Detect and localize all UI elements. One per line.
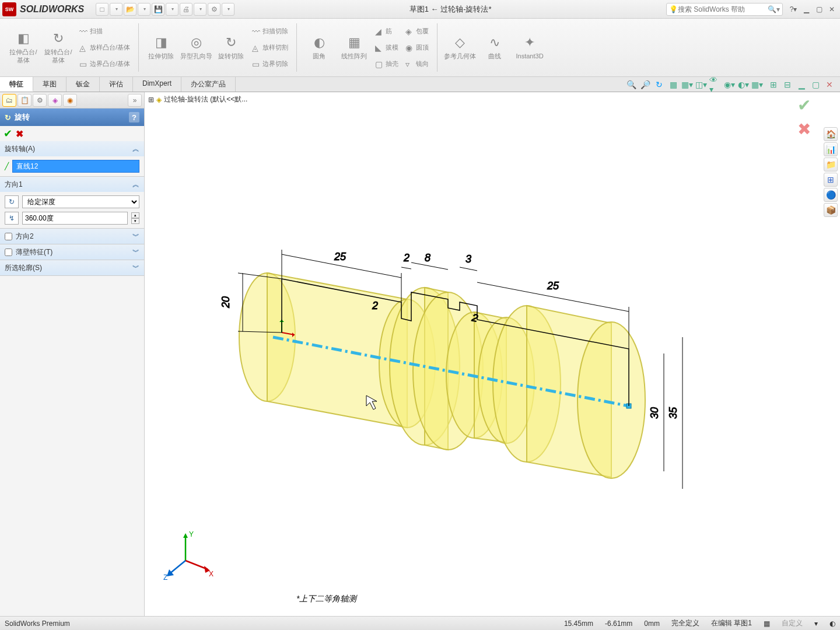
- mirror-button[interactable]: ▿镜向: [403, 57, 431, 72]
- linear-pattern-button[interactable]: ▦线性阵列: [338, 22, 370, 74]
- revolve-cut-button[interactable]: ↻旋转切除: [215, 22, 247, 74]
- scene-icon[interactable]: ◐▾: [737, 79, 749, 90]
- tab-dimxpert[interactable]: DimXpert: [133, 77, 181, 92]
- corner-ok-icon[interactable]: ✔: [797, 96, 811, 115]
- graphics-area[interactable]: ⊞ ◈ 过轮轴-旋转法 (默认<<默... ✔ ✖ 🏠 📊 📁 ⊞ 🔵 📦: [145, 92, 840, 616]
- help-button[interactable]: ?▾: [788, 4, 799, 15]
- open-button[interactable]: 📂: [124, 3, 136, 16]
- feature-manager-tab[interactable]: 🗂: [2, 94, 16, 107]
- tab-evaluate[interactable]: 评估: [100, 77, 133, 92]
- options-button[interactable]: ⚙: [208, 3, 220, 16]
- loft-cut-button[interactable]: ◬放样切割: [250, 40, 290, 55]
- extrude-cut-button[interactable]: ◨拉伸切除: [145, 22, 177, 74]
- render-manager-tab[interactable]: ◉: [63, 94, 77, 107]
- fillet-button[interactable]: ◐圆角: [303, 22, 335, 74]
- viewport-2-icon[interactable]: ⊟: [782, 79, 793, 90]
- contours-header[interactable]: 所选轮廓(S)︾: [0, 260, 144, 275]
- tab-sheetmetal[interactable]: 钣金: [66, 77, 100, 92]
- rotate-icon[interactable]: ↻: [653, 79, 665, 90]
- direction-type-select[interactable]: 给定深度: [22, 195, 139, 208]
- corner-cancel-icon[interactable]: ✖: [797, 120, 811, 139]
- wrap-button[interactable]: ◈包覆: [403, 24, 431, 39]
- print-dropdown[interactable]: [194, 3, 206, 16]
- tab-features[interactable]: 特征: [0, 77, 33, 92]
- status-menu-icon[interactable]: ▾: [814, 620, 818, 628]
- direction2-header[interactable]: 方向2︾: [0, 229, 144, 244]
- resources-icon[interactable]: 📊: [824, 142, 838, 156]
- curves-button[interactable]: ∿曲线: [478, 22, 511, 74]
- child-minimize-icon[interactable]: ▁: [796, 79, 807, 90]
- section-icon[interactable]: ▦: [667, 79, 679, 90]
- customize-dropdown[interactable]: [222, 3, 235, 16]
- expand-tree-icon[interactable]: ⊞: [148, 96, 154, 104]
- config-manager-tab[interactable]: ⚙: [33, 94, 47, 107]
- customize-label[interactable]: 自定义: [782, 618, 803, 628]
- save-dropdown[interactable]: [166, 3, 178, 16]
- viewport-1-icon[interactable]: ⊞: [768, 79, 779, 90]
- hole-wizard-button[interactable]: ◎异型孔向导: [180, 22, 212, 74]
- instant3d-button[interactable]: ✦Instant3D: [513, 22, 546, 74]
- dimxpert-manager-tab[interactable]: ◈: [48, 94, 62, 107]
- print-button[interactable]: 🖨: [180, 3, 192, 16]
- display-style-icon[interactable]: ◫▾: [695, 79, 707, 90]
- library-icon[interactable]: 📁: [824, 158, 838, 172]
- panel-expand-icon[interactable]: »: [128, 94, 142, 107]
- feature-title: 旋转: [15, 112, 30, 123]
- ok-button[interactable]: ✔: [4, 127, 12, 140]
- revolve-boss-button[interactable]: ↻旋转凸台/基体: [42, 22, 75, 74]
- boundary-button[interactable]: ▭边界凸台/基体: [77, 57, 132, 72]
- draft-button[interactable]: ◣拔模: [373, 40, 401, 55]
- new-button[interactable]: □: [96, 3, 108, 16]
- save-button[interactable]: 💾: [152, 3, 164, 16]
- direction1-header[interactable]: 方向1︽: [0, 177, 144, 192]
- cancel-button[interactable]: ✖: [16, 128, 23, 139]
- unit-system-icon[interactable]: ▦: [764, 620, 770, 628]
- minimize-button[interactable]: ▁: [800, 4, 812, 15]
- sweep-cut-button[interactable]: 〰扫描切除: [250, 24, 290, 39]
- child-restore-icon[interactable]: ▢: [810, 79, 821, 90]
- dome-button[interactable]: ◉圆顶: [403, 40, 431, 55]
- appearance-icon[interactable]: ◉▾: [723, 79, 735, 90]
- render-icon[interactable]: ▦▾: [751, 79, 763, 90]
- maximize-button[interactable]: ▢: [813, 4, 825, 15]
- thin-feature-checkbox[interactable]: [5, 249, 12, 256]
- collapse-icon: ︽: [132, 144, 139, 154]
- property-manager-tab[interactable]: 📋: [18, 94, 32, 107]
- close-button[interactable]: ✕: [826, 4, 838, 15]
- help-icon[interactable]: ?: [129, 112, 139, 123]
- boundary-cut-button[interactable]: ▭边界切除: [250, 57, 290, 72]
- hide-show-icon[interactable]: 👁▾: [709, 79, 721, 90]
- view-orientation-icon[interactable]: ▦▾: [681, 79, 693, 90]
- status-help-icon[interactable]: ◐: [830, 620, 835, 628]
- tab-sketch[interactable]: 草图: [33, 77, 66, 92]
- thin-feature-header[interactable]: 薄壁特征(T)︾: [0, 244, 144, 260]
- svg-line-18: [401, 267, 411, 269]
- sweep-button[interactable]: 〰扫描: [77, 24, 132, 39]
- view-triad[interactable]: Y X Z: [162, 528, 215, 581]
- palette-icon[interactable]: 🔵: [824, 188, 838, 202]
- home-icon[interactable]: 🏠: [824, 127, 838, 141]
- reference-geometry-button[interactable]: ◇参考几何体: [443, 22, 476, 74]
- zoom-fit-icon[interactable]: 🔍: [625, 79, 637, 90]
- design-tree-flyout[interactable]: ⊞ ◈ 过轮轴-旋转法 (默认<<默...: [148, 94, 247, 104]
- help-search[interactable]: 💡 🔍▾: [666, 3, 783, 16]
- rib-button[interactable]: ◢筋: [373, 24, 401, 39]
- tab-office[interactable]: 办公室产品: [181, 77, 236, 92]
- loft-button[interactable]: ◬放样凸台/基体: [77, 40, 132, 55]
- shell-button[interactable]: ▢抽壳: [373, 57, 401, 72]
- open-dropdown[interactable]: [138, 3, 150, 16]
- search-input[interactable]: [678, 5, 768, 13]
- zoom-area-icon[interactable]: 🔎: [639, 79, 651, 90]
- axis-input[interactable]: [12, 160, 139, 173]
- angle-spinner[interactable]: ▴▾: [131, 212, 139, 224]
- angle-input[interactable]: [22, 212, 128, 225]
- new-dropdown[interactable]: [110, 3, 123, 16]
- extrude-boss-button[interactable]: ◧拉伸凸台/基体: [7, 22, 40, 74]
- reverse-direction-icon[interactable]: ↻: [5, 195, 19, 208]
- direction2-checkbox[interactable]: [5, 233, 12, 240]
- explorer-icon[interactable]: ⊞: [824, 173, 838, 187]
- axis-section-header[interactable]: 旋转轴(A)︽: [0, 141, 144, 156]
- appearances-icon[interactable]: 📦: [824, 203, 838, 217]
- child-close-icon[interactable]: ✕: [824, 79, 835, 90]
- search-icon[interactable]: 🔍▾: [768, 5, 780, 13]
